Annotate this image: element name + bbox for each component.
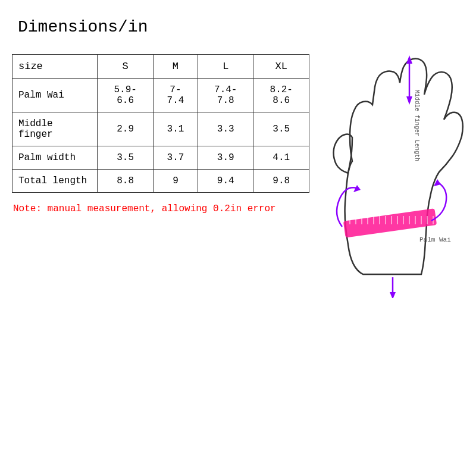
row-label-3: Total length: [12, 170, 98, 193]
content-area: sizeSMLXLPalm Wai5.9-6.67-7.47.4-7.88.2-…: [12, 54, 464, 301]
svg-rect-4: [343, 208, 437, 237]
note-text: Note: manual measurement, allowing 0.2in…: [13, 203, 321, 214]
svg-marker-2: [406, 96, 412, 105]
svg-text:Palm Wai: Palm Wai: [419, 236, 451, 243]
cell-r1-c0: 2.9: [98, 112, 153, 146]
row-label-2: Palm width: [12, 146, 98, 170]
cell-r2-c0: 3.5: [98, 146, 153, 170]
cell-r1-c3: 3.5: [253, 112, 309, 146]
cell-r2-c2: 3.9: [198, 146, 253, 170]
col-header-xl: XL: [253, 55, 309, 79]
col-header-l: L: [198, 55, 253, 79]
svg-text:Middle finger Length: Middle finger Length: [414, 90, 420, 161]
row-label-1: Middle finger: [12, 112, 98, 146]
row-label-0: Palm Wai: [12, 79, 98, 112]
svg-marker-20: [353, 185, 361, 192]
cell-r1-c2: 3.3: [198, 112, 253, 146]
page-container: Dimensions/in sizeSMLXLPalm Wai5.9-6.67-…: [0, 0, 476, 476]
col-header-size: size: [12, 55, 98, 79]
cell-r3-c3: 9.8: [253, 170, 309, 193]
table-row: Palm width3.53.73.94.1: [12, 146, 309, 170]
cell-r0-c3: 8.2-8.6: [253, 79, 309, 112]
col-header-m: M: [153, 55, 198, 79]
cell-r3-c1: 9: [153, 170, 198, 193]
glove-illustration: Middle finger Length: [327, 48, 464, 301]
cell-r0-c1: 7-7.4: [153, 79, 198, 112]
page-title: Dimensions/in: [18, 18, 464, 36]
cell-r0-c0: 5.9-6.6: [98, 79, 153, 112]
table-row: Total length8.899.49.8: [12, 170, 309, 193]
col-header-s: S: [98, 55, 153, 79]
table-section: sizeSMLXLPalm Wai5.9-6.67-7.47.4-7.88.2-…: [12, 54, 321, 214]
table-row: Middle finger2.93.13.33.5: [12, 112, 309, 146]
cell-r0-c2: 7.4-7.8: [198, 79, 253, 112]
cell-r3-c2: 9.4: [198, 170, 253, 193]
cell-r1-c1: 3.1: [153, 112, 198, 146]
table-row: Palm Wai5.9-6.67-7.47.4-7.88.2-8.6: [12, 79, 309, 112]
glove-svg: Middle finger Length: [327, 48, 464, 298]
cell-r2-c3: 4.1: [253, 146, 309, 170]
cell-r3-c0: 8.8: [98, 170, 153, 193]
dimensions-table: sizeSMLXLPalm Wai5.9-6.67-7.47.4-7.88.2-…: [12, 54, 309, 193]
svg-marker-23: [390, 292, 396, 298]
cell-r2-c1: 3.7: [153, 146, 198, 170]
